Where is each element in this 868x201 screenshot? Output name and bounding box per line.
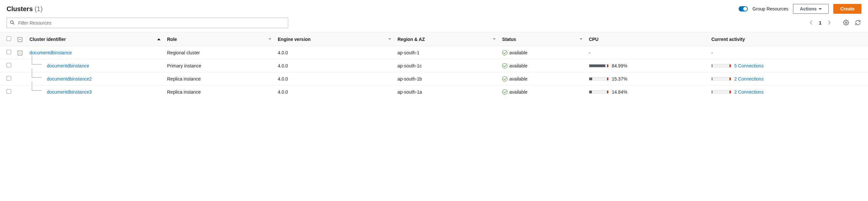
status-text: available	[509, 50, 527, 55]
table-row: documentdbinstancePrimary instance4.0.0a…	[0, 59, 868, 72]
status-text: available	[509, 76, 527, 81]
sort-asc-icon	[157, 38, 160, 40]
filter-resources-input[interactable]	[6, 18, 288, 28]
col-cpu: CPU	[586, 32, 708, 46]
page-number: 1	[819, 20, 822, 26]
cpu-text: 15.37%	[612, 76, 627, 81]
sort-toggle-icon	[389, 38, 391, 40]
next-page-button[interactable]	[826, 19, 832, 27]
engine-cell: 4.0.0	[275, 46, 394, 59]
tree-connector-icon	[32, 55, 41, 65]
cpu-text: 14.84%	[612, 89, 627, 95]
table-row: −documentdbinstanceRegional cluster4.0.0…	[0, 46, 868, 59]
status-ok-icon	[502, 76, 507, 81]
caret-down-icon	[818, 8, 822, 10]
col-engine[interactable]: Engine version	[275, 32, 394, 46]
status-ok-icon	[502, 63, 507, 68]
search-icon	[10, 20, 14, 26]
role-cell: Primary instance	[164, 59, 275, 72]
sort-toggle-icon	[580, 38, 582, 40]
status-ok-icon	[502, 89, 507, 95]
region-cell: ap-south-1c	[394, 59, 499, 72]
group-resources-label: Group Resources	[752, 6, 788, 11]
row-checkbox[interactable]	[6, 50, 11, 54]
status-text: available	[509, 63, 527, 68]
tree-connector-icon	[32, 68, 41, 77]
row-checkbox[interactable]	[6, 76, 11, 80]
connections-link[interactable]: 5 Connections	[734, 63, 764, 68]
cluster-link[interactable]: documentdbinstance	[29, 50, 72, 55]
activity-cell: -	[708, 46, 868, 59]
clusters-table: − Cluster identifier Role Engine version…	[0, 32, 868, 98]
engine-cell: 4.0.0	[275, 86, 394, 99]
col-activity: Current activity	[708, 32, 868, 46]
cpu-text: 84.99%	[612, 63, 627, 68]
col-region[interactable]: Region & AZ	[394, 32, 499, 46]
cpu-meter: 15.37%	[589, 76, 705, 81]
tree-connector-icon	[32, 81, 41, 91]
group-resources-toggle[interactable]	[739, 6, 748, 11]
table-row: documentdbinstance3Replica instance4.0.0…	[0, 86, 868, 99]
engine-cell: 4.0.0	[275, 72, 394, 86]
role-cell: Replica instance	[164, 86, 275, 99]
sort-toggle-icon	[493, 38, 496, 40]
svg-point-0	[10, 21, 13, 24]
activity-meter	[711, 77, 731, 80]
role-cell: Regional cluster	[164, 46, 275, 59]
prev-page-button[interactable]	[808, 19, 814, 27]
role-cell: Replica instance	[164, 72, 275, 86]
refresh-icon[interactable]	[854, 19, 862, 27]
select-all-checkbox[interactable]	[6, 36, 11, 41]
connections-link[interactable]: 2 Connections	[734, 89, 764, 95]
cpu-meter: 14.84%	[589, 89, 705, 95]
table-row: documentdbinstance2Replica instance4.0.0…	[0, 72, 868, 86]
region-cell: ap-south-1	[394, 46, 499, 59]
col-role[interactable]: Role	[164, 32, 275, 46]
settings-icon[interactable]	[842, 19, 850, 27]
resource-count: (1)	[35, 5, 42, 12]
region-cell: ap-south-1b	[394, 72, 499, 86]
instance-link[interactable]: documentdbinstance	[47, 63, 89, 68]
page-title: Clusters (1)	[6, 5, 42, 13]
activity-meter	[711, 90, 731, 94]
col-status[interactable]: Status	[499, 32, 586, 46]
connections-link[interactable]: 2 Connections	[734, 76, 764, 81]
activity-meter	[711, 64, 731, 67]
sort-toggle-icon	[269, 38, 271, 40]
cpu-meter: 84.99%	[589, 63, 705, 68]
engine-cell: 4.0.0	[275, 59, 394, 72]
svg-line-1	[13, 23, 14, 25]
row-checkbox[interactable]	[6, 63, 11, 67]
create-button[interactable]: Create	[833, 4, 862, 14]
region-cell: ap-south-1a	[394, 86, 499, 99]
cpu-cell: -	[586, 46, 708, 59]
instance-link[interactable]: documentdbinstance2	[47, 76, 92, 81]
expand-all-toggle[interactable]: −	[18, 37, 22, 42]
svg-point-2	[845, 22, 847, 23]
collapse-toggle[interactable]: −	[18, 51, 22, 55]
actions-button[interactable]: Actions	[793, 4, 829, 14]
status-text: available	[509, 89, 527, 95]
instance-link[interactable]: documentdbinstance3	[47, 89, 92, 95]
col-identifier[interactable]: Cluster identifier	[26, 32, 164, 46]
status-ok-icon	[502, 50, 507, 55]
row-checkbox[interactable]	[6, 89, 11, 94]
